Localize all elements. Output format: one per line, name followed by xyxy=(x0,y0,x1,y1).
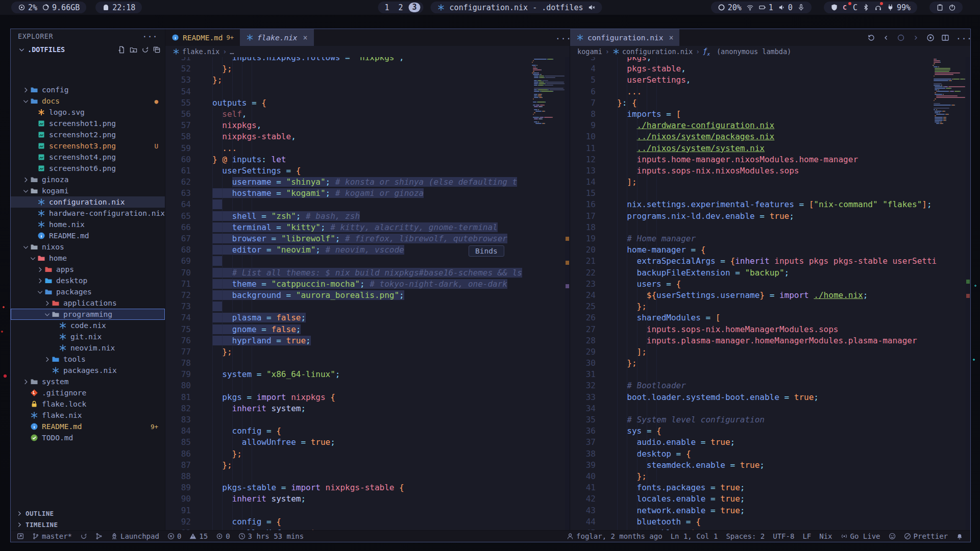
breadcrumb-item[interactable]: flake.nix xyxy=(173,47,219,56)
tree-item-packages.nix[interactable]: packages.nix xyxy=(11,365,165,376)
code-line[interactable]: 29 ]; xyxy=(570,346,970,358)
status-item-3[interactable]: 3 hrs 53 mins xyxy=(238,532,304,540)
tree-item-home.nix[interactable]: home.nix xyxy=(11,219,165,230)
breadcrumb[interactable]: kogami›configuration.nix›ƒx (anonymous l… xyxy=(570,46,970,57)
topbar-pill[interactable] xyxy=(929,2,963,13)
code-line[interactable]: 30 }; xyxy=(570,358,970,369)
code-line[interactable]: 13 inputs.sops-nix.nixosModules.sops xyxy=(570,165,970,177)
code-line[interactable]: 90 inherit system; xyxy=(165,493,570,505)
tree-item-screenshot2.png[interactable]: screenshot2.png xyxy=(11,129,165,140)
code-line[interactable]: 77 }; xyxy=(165,346,570,358)
code-line[interactable]: 82 inherit system; xyxy=(165,403,570,414)
tree-item-ginoza[interactable]: ginoza xyxy=(11,174,165,185)
new-folder-icon[interactable] xyxy=(130,46,137,54)
code-line[interactable]: 81 pkgs = import nixpkgs { xyxy=(165,392,570,403)
tree-item-git.nix[interactable]: git.nix xyxy=(11,331,165,342)
code-line[interactable]: 76 hyprland = true; xyxy=(165,335,570,346)
tree-item-.gitignore[interactable]: .gitignore xyxy=(11,387,165,398)
tree-item-screenshot3.png[interactable]: screenshot3.pngU xyxy=(11,140,165,152)
status-item-spaces[interactable]: Spaces: 2 xyxy=(726,532,765,540)
code-line[interactable]: 24 ${userSettings.username} = import ./h… xyxy=(570,290,970,301)
code-line[interactable]: 54 xyxy=(165,86,570,97)
code-line[interactable]: 17 programs.nix-ld.dev.enable = true; xyxy=(570,211,970,222)
status-item-nix[interactable]: Nix xyxy=(819,532,832,540)
tree-item-kogami[interactable]: kogami xyxy=(11,185,165,196)
tab-flake.nix[interactable]: flake.nix× xyxy=(240,29,314,46)
code-editor-configuration[interactable]: 3 pkgs,4 pkgs-stable,5 userSettings,6 ..… xyxy=(570,57,970,530)
refresh-icon[interactable] xyxy=(141,46,149,54)
status-item[interactable] xyxy=(956,533,963,540)
status-item-foglar[interactable]: foglar, 2 months ago xyxy=(567,532,663,540)
code-line[interactable]: 33 boot.loader.systemd-boot.enable = tru… xyxy=(570,392,970,403)
split-editor-icon[interactable] xyxy=(941,34,949,42)
tree-item-configuration.nix[interactable]: configuration.nix xyxy=(11,196,165,208)
tree-item-home[interactable]: home xyxy=(11,253,165,264)
code-line[interactable]: 37 audio.enable = true; xyxy=(570,437,970,448)
outline-section[interactable]: OUTLINE xyxy=(11,508,165,519)
tree-item-todo.md[interactable]: TODO.md xyxy=(11,432,165,443)
workspace-1[interactable]: 1 xyxy=(381,3,393,12)
code-line[interactable]: 65 shell = "zsh"; # bash, zsh xyxy=(165,211,570,222)
workspace-2[interactable]: 2 xyxy=(395,3,407,12)
views-more-actions-icon[interactable]: ··· xyxy=(142,32,158,41)
scrollbar[interactable] xyxy=(966,57,970,530)
code-line[interactable]: 28 inputs.plasma-manager.homeManagerModu… xyxy=(570,335,970,346)
topbar-pill[interactable]: 20%10 xyxy=(711,2,812,13)
code-line[interactable]: 68 editor = "neovim"; # neovim, vscode xyxy=(165,244,570,256)
tree-item-readme.md[interactable]: README.md xyxy=(11,230,165,241)
code-line[interactable]: 25 }; xyxy=(570,301,970,312)
code-line[interactable]: 72 background = "aurora_borealis.png"; xyxy=(165,290,570,301)
code-line[interactable]: 15 xyxy=(570,188,970,199)
history-icon[interactable] xyxy=(867,34,875,42)
nav-forward-icon[interactable] xyxy=(912,34,920,42)
code-line[interactable]: 92 config = { xyxy=(165,516,570,528)
tree-item-neovim.nix[interactable]: neovim.nix xyxy=(11,342,165,354)
code-line[interactable]: 87 }; xyxy=(165,460,570,471)
tree-item-config[interactable]: config xyxy=(11,84,165,95)
timeline-section[interactable]: TIMELINE xyxy=(11,519,165,530)
code-line[interactable]: 19 # Home manager xyxy=(570,233,970,244)
code-line[interactable]: 34 xyxy=(570,403,970,414)
topbar-pill[interactable]: 2%9.66GB xyxy=(11,2,86,13)
tree-item-programming[interactable]: programming xyxy=(11,309,165,320)
status-item-lf[interactable]: LF xyxy=(802,532,811,540)
topbar-pill[interactable]: 22:18 xyxy=(95,2,142,13)
code-line[interactable]: 61 userSettings = { xyxy=(165,165,570,177)
tab-readme.md[interactable]: README.md9+ xyxy=(165,29,240,46)
code-line[interactable]: 63 hostname = "kogami"; # kogami or gino… xyxy=(165,188,570,199)
code-line[interactable]: 71 theme = "catppuccin-mocha"; # tokyo-n… xyxy=(165,279,570,290)
code-line[interactable]: 43 network.enable = true; xyxy=(570,505,970,516)
workspace-switcher[interactable]: 123 xyxy=(378,2,424,13)
code-line[interactable]: 44 bluetooth = { xyxy=(570,516,970,528)
code-line[interactable]: 78 xyxy=(165,358,570,369)
code-line[interactable]: 38 desktop = { xyxy=(570,448,970,460)
tree-item-nixos[interactable]: nixos xyxy=(11,241,165,253)
code-line[interactable]: 56 self, xyxy=(165,109,570,120)
tree-item-apps[interactable]: apps xyxy=(11,264,165,275)
code-editor-flake[interactable]: 51 inputs.nixpkgs.follows = "nixpkgs";52… xyxy=(165,57,570,530)
workspace-section-header[interactable]: .DOTFILES xyxy=(11,43,165,56)
code-line[interactable]: 57 nixpkgs, xyxy=(165,120,570,131)
tree-item-docs[interactable]: docs● xyxy=(11,95,165,107)
code-line[interactable]: 20 home-manager = { xyxy=(570,244,970,256)
code-line[interactable]: 60} @ inputs: let xyxy=(165,154,570,165)
code-line[interactable]: 59 ... xyxy=(165,143,570,154)
minimap[interactable] xyxy=(933,59,965,124)
code-line[interactable]: 58 nixpkgs-stable, xyxy=(165,131,570,142)
status-item[interactable] xyxy=(889,533,896,540)
code-line[interactable]: 83 xyxy=(165,414,570,425)
circle-icon[interactable] xyxy=(897,34,905,42)
tree-item-desktop[interactable]: desktop xyxy=(11,275,165,286)
more-actions-icon[interactable]: ··· xyxy=(956,34,964,42)
code-line[interactable]: 18 xyxy=(570,222,970,233)
code-line[interactable]: 39 steamdeck.enable = true; xyxy=(570,460,970,471)
code-line[interactable]: 26 sharedModules = [ xyxy=(570,312,970,323)
code-line[interactable]: 5 userSettings, xyxy=(570,74,970,86)
code-line[interactable]: 89 pkgs-stable = import nixpkgs-stable { xyxy=(165,482,570,493)
tree-item-flake.lock[interactable]: flake.lock xyxy=(11,398,165,410)
tree-item-screenshot6.png[interactable]: screenshot6.png xyxy=(11,163,165,174)
code-line[interactable]: 75 gnome = false; xyxy=(165,324,570,335)
code-line[interactable]: 6 ... xyxy=(570,86,970,97)
code-line[interactable]: 11 ../nixos/system/system.nix xyxy=(570,143,970,154)
code-line[interactable]: 23 users = { xyxy=(570,279,970,290)
